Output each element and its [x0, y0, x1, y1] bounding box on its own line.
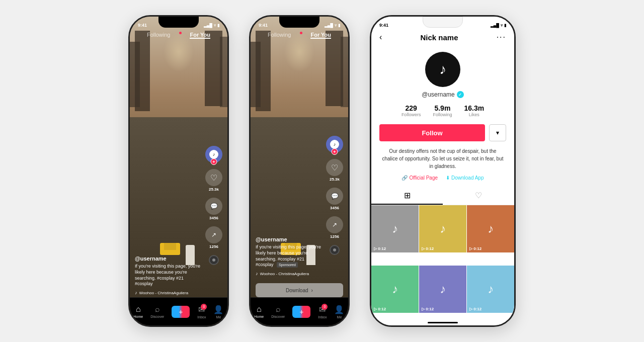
followers-count: 229 — [405, 104, 417, 112]
discover-label-1: Discover — [150, 315, 164, 318]
tiktok-note-icon-1: ♪ — [213, 152, 215, 157]
dropdown-arrow-icon: ▾ — [496, 129, 499, 136]
music-disc-1 — [209, 255, 219, 265]
like-button-1[interactable]: ♡ — [205, 169, 222, 186]
sponsored-badge-2: Sponsored — [277, 262, 298, 268]
tt-icon-6: ♪ — [488, 282, 494, 296]
video-thumb-1[interactable]: ♪ ▷ 0:12 — [371, 205, 419, 252]
me-icon-1: 👤 — [213, 305, 223, 314]
signal-icon-3: ▂▄█ — [491, 23, 499, 28]
action-row: Follow ▾ — [371, 124, 514, 141]
nav-tabs-1[interactable]: Following For You — [130, 32, 227, 39]
nav-home-2[interactable]: ⌂ Home — [254, 305, 264, 318]
video-thumb-2[interactable]: ♪ ▷ 0:12 — [419, 205, 466, 252]
username-1[interactable]: @username — [135, 255, 202, 262]
bottom-nav-1: ⌂ Home ⌕ Discover + ✉ 0 Inbox 👤 Me — [130, 297, 227, 325]
nav-inbox-2[interactable]: ✉ 0 Inbox — [318, 305, 327, 319]
comment-count-1: 3456 — [209, 216, 218, 220]
music-disc-2 — [330, 245, 340, 255]
profile-avatar: ♪ — [425, 52, 460, 87]
creator-avatar-2[interactable]: ♪ + — [326, 136, 343, 153]
like-count-2: 25.3k — [330, 177, 340, 182]
like-button-2[interactable]: ♡ — [326, 159, 343, 176]
follow-plus-1[interactable]: + — [211, 158, 217, 165]
share-button-2[interactable]: ↗ — [326, 216, 343, 233]
links-row: 🔗 Official Page ⬇ Download App — [401, 175, 484, 181]
nav-discover-2[interactable]: ⌕ Discover — [271, 305, 285, 318]
follow-plus-2[interactable]: + — [332, 148, 338, 155]
nav-me-2[interactable]: 👤 Me — [334, 305, 344, 319]
profile-username-row: @username ✓ — [422, 91, 464, 98]
username-2[interactable]: @username — [256, 236, 323, 242]
inbox-label-2: Inbox — [318, 315, 327, 319]
following-tab-1[interactable]: Following — [147, 32, 170, 39]
video-thumb-5[interactable]: ♪ ▷ 0:12 — [419, 266, 466, 313]
comment-icon-2: 💬 — [331, 193, 339, 200]
download-bar-2[interactable]: Download › — [256, 283, 343, 297]
create-btn-1[interactable]: + — [172, 306, 190, 318]
comment-count-2: 3456 — [330, 206, 339, 210]
battery-icon-3: ▮ — [504, 23, 506, 28]
discover-icon-1: ⌕ — [155, 305, 160, 314]
download-label-2: Download — [286, 288, 308, 293]
link-icon: 🔗 — [401, 175, 408, 181]
signal-icon-1: ▂▄█ — [204, 23, 212, 28]
signal-icon-2: ▂▄█ — [325, 23, 333, 28]
tiktok-logo-2: ♪ — [330, 140, 339, 149]
video-thumb-4[interactable]: ♪ ▷ 0:12 — [371, 266, 419, 313]
discover-icon-2: ⌕ — [276, 305, 281, 314]
tt-icon-2: ♪ — [440, 222, 446, 236]
share-count-1: 1256 — [209, 244, 218, 249]
nav-home-1[interactable]: ⌂ Home — [133, 305, 143, 318]
following-count: 5.9m — [434, 104, 450, 112]
tiktok-note-icon-2: ♪ — [334, 142, 336, 147]
heart-icon-1: ♡ — [210, 173, 217, 183]
battery-icon-1: ▮ — [217, 23, 219, 28]
music-row-1[interactable]: ♪ Woohoo - ChristinaAguilera — [135, 290, 202, 295]
liked-tab[interactable]: ♡ — [443, 187, 514, 205]
inbox-badge-2: 0 — [321, 304, 328, 310]
inbox-badge-1: 0 — [201, 304, 207, 310]
nav-create-1[interactable]: + — [172, 306, 190, 318]
inbox-label-1: Inbox — [197, 315, 206, 319]
stat-followers: 229 Followers — [401, 104, 421, 117]
more-action-button[interactable]: ▾ — [489, 124, 506, 141]
likes-label: Likes — [469, 112, 479, 117]
profile-screen: ‹ Nick name ··· ♪ @username ✓ 229 Follow… — [371, 17, 514, 325]
home-icon-2: ⌂ — [257, 305, 262, 314]
tt-icon-4: ♪ — [392, 282, 398, 296]
phone-1: 9:41 ▂▄█ ▿ ▮ Following For You — [128, 15, 229, 327]
music-disc-inner-1 — [212, 259, 215, 262]
nav-me-1[interactable]: 👤 Me — [213, 305, 223, 319]
for-you-tab-1[interactable]: For You — [190, 32, 210, 39]
bottom-nav-2: ⌂ Home ⌕ Discover + ✉ 0 Inbox 👤 Me — [251, 297, 348, 325]
creator-avatar-1[interactable]: ♪ + — [205, 146, 222, 163]
profile-body: ♪ @username ✓ 229 Followers 5.9m Followi… — [371, 46, 514, 325]
username-text-3: @username — [422, 91, 455, 98]
music-text-1: Woohoo - ChristinaAguilera — [139, 291, 189, 295]
nav-discover-1[interactable]: ⌕ Discover — [150, 305, 164, 318]
comment-button-1[interactable]: 💬 — [205, 198, 222, 215]
following-tab-2[interactable]: Following — [268, 32, 291, 39]
status-icons-3: ▂▄█ ▿ ▮ — [491, 23, 506, 28]
more-button[interactable]: ··· — [497, 33, 506, 42]
nav-create-2[interactable]: + — [292, 306, 310, 318]
discover-label-2: Discover — [271, 315, 285, 318]
download-app-link[interactable]: ⬇ Download App — [446, 175, 484, 181]
comment-button-2[interactable]: 💬 — [326, 188, 343, 205]
home-label-1: Home — [133, 315, 143, 318]
follow-button[interactable]: Follow — [379, 124, 485, 141]
create-btn-2[interactable]: + — [292, 306, 310, 318]
share-button-1[interactable]: ↗ — [205, 226, 222, 243]
for-you-tab-2[interactable]: For You — [310, 32, 331, 39]
nav-inbox-1[interactable]: ✉ 0 Inbox — [197, 305, 206, 319]
back-button[interactable]: ‹ — [379, 33, 382, 42]
video-thumb-3[interactable]: ♪ ▷ 0:12 — [467, 205, 514, 252]
official-page-link[interactable]: 🔗 Official Page — [401, 175, 438, 181]
music-row-2[interactable]: ♪ Woohoo - ChristinaAguilera — [256, 271, 323, 276]
videos-tab[interactable]: ⊞ — [371, 187, 443, 205]
share-icon-2: ↗ — [332, 221, 337, 228]
me-icon-2: 👤 — [334, 305, 344, 314]
nav-tabs-2[interactable]: Following For You — [251, 32, 348, 39]
video-thumb-6[interactable]: ♪ ▷ 0:12 — [467, 266, 514, 313]
